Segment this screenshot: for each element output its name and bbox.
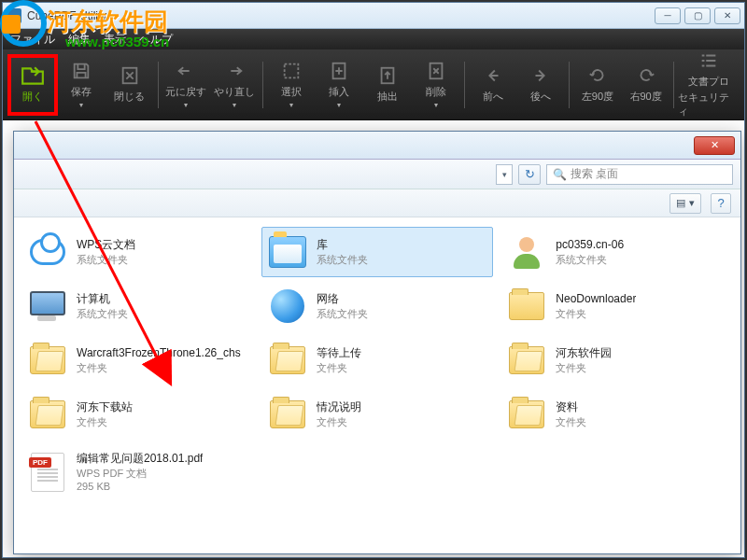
- dialog-navbar: ▾ ↻ 🔍 搜索 桌面: [14, 160, 740, 189]
- refresh-button[interactable]: ↻: [518, 164, 541, 185]
- file-type: 系统文件夹: [77, 253, 135, 266]
- toolbar: 開く 保存▾ 閉じる 元に戻す▾ やり直し▾ 選択▾ 挿入▾: [3, 49, 744, 120]
- file-type: 文件夹: [556, 307, 636, 320]
- insert-icon: [327, 61, 351, 81]
- folder-icon: [509, 400, 544, 428]
- file-name: Warcraft3FrozenThrone1.26_chs: [77, 346, 241, 361]
- maximize-button[interactable]: ▢: [684, 7, 711, 24]
- next-icon: [529, 65, 553, 86]
- file-name: 网络: [317, 292, 368, 307]
- help-button[interactable]: ?: [711, 193, 731, 214]
- save-icon: [69, 61, 93, 81]
- redo-button[interactable]: やり直し▾: [210, 55, 259, 115]
- list-icon: [697, 50, 721, 71]
- rotate-right-icon: [634, 65, 658, 86]
- chevron-down-icon: ▾: [233, 101, 236, 109]
- file-item[interactable]: 资料文件夹: [500, 389, 733, 440]
- close-button[interactable]: ✕: [714, 7, 740, 24]
- file-type: 系统文件夹: [556, 253, 624, 266]
- library-icon: [269, 236, 306, 268]
- minimize-button[interactable]: ─: [655, 7, 681, 24]
- file-item[interactable]: 计算机系统文件夹: [21, 281, 254, 331]
- file-item[interactable]: WPS云文档系统文件夹: [21, 227, 254, 277]
- file-type: 文件夹: [317, 361, 361, 374]
- search-placeholder: 搜索 桌面: [571, 166, 618, 182]
- file-type: 文件夹: [77, 415, 133, 428]
- close-doc-icon: [118, 65, 142, 86]
- view-mode-button[interactable]: ▤ ▾: [669, 193, 701, 214]
- delete-icon: [424, 61, 448, 81]
- separator: [158, 62, 159, 108]
- dialog-titlebar: ✕: [14, 132, 740, 160]
- separator: [569, 62, 570, 108]
- close-doc-button[interactable]: 閉じる: [106, 55, 154, 115]
- dialog-close-button[interactable]: ✕: [694, 136, 735, 155]
- file-name: 编辑常见问题2018.01.pdf: [77, 452, 203, 467]
- open-label: 開く: [22, 90, 43, 104]
- file-type: 系统文件夹: [317, 253, 368, 266]
- file-item[interactable]: NeoDownloader文件夹: [500, 281, 733, 331]
- file-pane[interactable]: WPS云文档系统文件夹库系统文件夹pc0359.cn-06系统文件夹计算机系统文…: [14, 217, 740, 553]
- open-button[interactable]: 開く: [8, 55, 57, 115]
- file-type: 系统文件夹: [317, 307, 368, 320]
- dialog-body: WPS云文档系统文件夹库系统文件夹pc0359.cn-06系统文件夹计算机系统文…: [14, 217, 740, 553]
- file-name: pc0359.cn-06: [556, 238, 624, 253]
- open-icon: [21, 65, 45, 86]
- network-icon: [271, 289, 304, 323]
- prev-button[interactable]: 前へ: [469, 55, 517, 115]
- search-input[interactable]: 🔍 搜索 桌面: [546, 164, 733, 185]
- extract-icon: [375, 65, 400, 86]
- folder-icon: [509, 346, 544, 374]
- save-button[interactable]: 保存▾: [57, 55, 106, 115]
- file-type: 文件夹: [317, 415, 361, 428]
- folder-icon: [30, 400, 65, 428]
- next-button[interactable]: 後へ: [516, 55, 565, 115]
- folder-icon: [270, 400, 305, 428]
- file-name: 库: [317, 238, 368, 253]
- file-item[interactable]: 河东下载站文件夹: [21, 389, 254, 440]
- file-item[interactable]: Warcraft3FrozenThrone1.26_chs文件夹: [21, 335, 254, 385]
- file-item[interactable]: 库系统文件夹: [261, 227, 494, 277]
- file-name: 情况说明: [317, 400, 361, 415]
- separator: [262, 62, 263, 108]
- path-dropdown[interactable]: ▾: [496, 164, 513, 185]
- file-name: NeoDownloader: [556, 292, 636, 307]
- select-button[interactable]: 選択▾: [267, 55, 316, 115]
- extract-button[interactable]: 抽出: [363, 55, 412, 115]
- file-name: 河东软件园: [556, 346, 612, 361]
- delete-button[interactable]: 削除▾: [412, 55, 460, 115]
- file-item[interactable]: pc0359.cn-06系统文件夹: [500, 227, 733, 277]
- undo-button[interactable]: 元に戻す▾: [162, 55, 211, 115]
- file-type: WPS PDF 文档: [77, 467, 203, 480]
- file-type: 系统文件夹: [77, 307, 128, 320]
- user-folder-icon: [510, 235, 543, 269]
- cloud-icon: [30, 239, 65, 265]
- docprops-button[interactable]: 文書プロ セキュリティ: [678, 55, 739, 115]
- rotate-left-button[interactable]: 左90度: [573, 55, 622, 115]
- folder-icon: [270, 346, 305, 374]
- separator: [673, 62, 674, 108]
- chevron-down-icon: ▾: [434, 101, 438, 109]
- undo-icon: [174, 61, 198, 81]
- folder-icon: [30, 346, 65, 374]
- insert-button[interactable]: 挿入▾: [316, 55, 364, 115]
- pdf-icon: [31, 453, 64, 492]
- file-item[interactable]: 情况说明文件夹: [261, 389, 494, 440]
- chevron-down-icon: ▾: [184, 101, 188, 109]
- file-item[interactable]: 网络系统文件夹: [261, 281, 494, 331]
- computer-icon: [30, 291, 65, 321]
- watermark-url: www.pc0359.cn: [65, 34, 169, 49]
- file-name: 等待上传: [317, 346, 361, 361]
- rotate-right-button[interactable]: 右90度: [622, 55, 670, 115]
- chevron-down-icon: ▾: [337, 101, 341, 109]
- prev-icon: [481, 65, 505, 86]
- folder-icon: [509, 292, 544, 320]
- file-size: 295 KB: [77, 480, 203, 493]
- file-item[interactable]: 编辑常见问题2018.01.pdfWPS PDF 文档295 KB: [21, 443, 254, 501]
- rotate-left-icon: [585, 65, 610, 86]
- file-item[interactable]: 等待上传文件夹: [261, 335, 494, 385]
- app-icon: [7, 8, 21, 23]
- dialog-toolbar: ▤ ▾ ?: [14, 189, 740, 217]
- file-type: 文件夹: [556, 415, 586, 428]
- file-item[interactable]: 河东软件园文件夹: [500, 335, 733, 385]
